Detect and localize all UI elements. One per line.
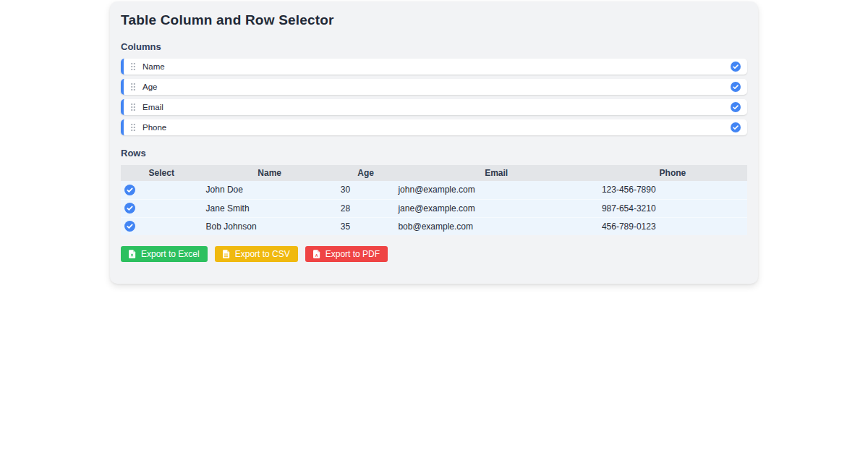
page-title: Table Column and Row Selector	[121, 12, 747, 28]
export-csv-button[interactable]: Export to CSV	[215, 246, 298, 262]
selector-card: Table Column and Row Selector Columns Na…	[110, 1, 758, 284]
drag-handle-icon[interactable]	[130, 62, 136, 71]
email-cell: jane@example.com	[394, 199, 597, 217]
row-select-check-icon[interactable]	[124, 203, 135, 214]
select-cell	[121, 217, 203, 235]
column-item-label: Phone	[142, 123, 166, 132]
check-circle-icon[interactable]	[731, 62, 741, 72]
drag-handle-icon[interactable]	[130, 103, 136, 111]
phone-cell: 987-654-3210	[598, 199, 747, 217]
phone-cell: 123-456-7890	[598, 181, 747, 199]
export-pdf-button[interactable]: A Export to PDF	[305, 246, 388, 262]
drag-handle-icon[interactable]	[130, 123, 136, 132]
name-cell: John Doe	[203, 181, 337, 199]
file-csv-icon	[223, 250, 230, 258]
export-csv-label: Export to CSV	[235, 249, 290, 259]
column-header-email: Email	[394, 165, 597, 181]
export-pdf-label: Export to PDF	[326, 249, 380, 259]
select-cell	[121, 181, 203, 199]
name-cell: Bob Johnson	[203, 217, 337, 235]
email-cell: john@example.com	[394, 181, 597, 199]
age-cell: 35	[337, 217, 395, 235]
column-item-age[interactable]: Age	[121, 79, 747, 95]
check-circle-icon[interactable]	[731, 122, 741, 132]
column-header-name: Name	[203, 165, 337, 181]
age-cell: 30	[337, 181, 395, 199]
column-item-phone[interactable]: Phone	[121, 119, 747, 135]
column-item-name[interactable]: Name	[121, 59, 747, 75]
column-item-label: Name	[142, 62, 165, 71]
select-cell	[121, 199, 203, 217]
file-excel-icon	[129, 250, 136, 258]
export-excel-label: Export to Excel	[141, 249, 200, 259]
table-row: John Doe 30 john@example.com 123-456-789…	[121, 181, 747, 199]
columns-list: Name Age Email	[121, 59, 747, 135]
table-row: Bob Johnson 35 bob@example.com 456-789-0…	[121, 217, 747, 235]
row-select-check-icon[interactable]	[124, 185, 135, 195]
rows-heading: Rows	[121, 148, 747, 159]
column-header-age: Age	[337, 165, 395, 181]
check-circle-icon[interactable]	[731, 102, 741, 112]
columns-heading: Columns	[121, 41, 747, 52]
name-cell: Jane Smith	[203, 199, 337, 217]
table-row: Jane Smith 28 jane@example.com 987-654-3…	[121, 199, 747, 217]
table-header-row: Select Name Age Email Phone	[121, 165, 747, 181]
email-cell: bob@example.com	[394, 217, 597, 235]
column-header-select: Select	[121, 165, 203, 181]
export-excel-button[interactable]: Export to Excel	[121, 246, 208, 262]
age-cell: 28	[337, 199, 395, 217]
file-pdf-icon: A	[313, 250, 320, 258]
svg-text:A: A	[315, 253, 318, 258]
column-header-phone: Phone	[598, 165, 747, 181]
rows-table: Select Name Age Email Phone John Doe 30 …	[121, 165, 747, 235]
column-item-email[interactable]: Email	[121, 99, 747, 115]
column-item-label: Email	[142, 103, 163, 111]
phone-cell: 456-789-0123	[598, 217, 747, 235]
column-item-label: Age	[142, 83, 157, 91]
row-select-check-icon[interactable]	[124, 221, 135, 232]
export-button-row: Export to Excel Export to CSV A Export t…	[121, 246, 747, 262]
drag-handle-icon[interactable]	[130, 83, 136, 91]
check-circle-icon[interactable]	[731, 82, 741, 92]
